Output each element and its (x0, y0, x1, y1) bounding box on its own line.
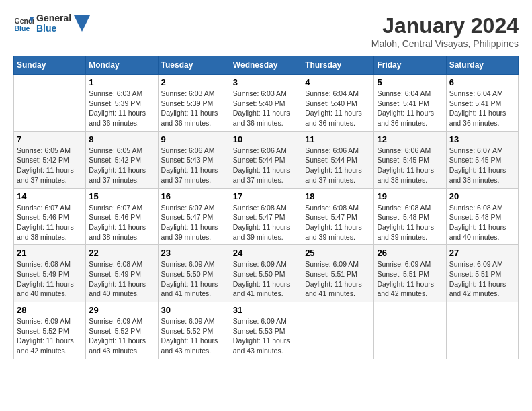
calendar-day-cell: 15Sunrise: 6:07 AMSunset: 5:46 PMDayligh… (86, 188, 158, 245)
day-info: Sunrise: 6:09 AMSunset: 5:52 PMDaylight:… (17, 316, 83, 356)
day-number: 13 (449, 134, 515, 144)
calendar-day-cell (302, 302, 374, 359)
svg-marker-3 (74, 15, 90, 32)
day-number: 25 (305, 248, 371, 258)
day-info: Sunrise: 6:09 AMSunset: 5:52 PMDaylight:… (161, 316, 227, 356)
day-number: 7 (17, 134, 83, 144)
calendar-day-cell: 22Sunrise: 6:08 AMSunset: 5:49 PMDayligh… (86, 245, 158, 302)
page-header: General Blue General Blue January 2024 M… (13, 13, 519, 49)
day-number: 3 (233, 77, 299, 87)
calendar-day-cell (14, 75, 86, 132)
day-info: Sunrise: 6:07 AMSunset: 5:45 PMDaylight:… (449, 146, 515, 185)
day-info: Sunrise: 6:09 AMSunset: 5:53 PMDaylight:… (233, 316, 299, 356)
calendar-day-cell: 19Sunrise: 6:08 AMSunset: 5:48 PMDayligh… (374, 188, 446, 245)
day-number: 9 (161, 134, 227, 144)
day-info: Sunrise: 6:05 AMSunset: 5:42 PMDaylight:… (17, 146, 83, 185)
calendar-day-cell: 27Sunrise: 6:09 AMSunset: 5:51 PMDayligh… (446, 245, 518, 302)
calendar-week-row: 21Sunrise: 6:08 AMSunset: 5:49 PMDayligh… (14, 245, 519, 302)
calendar-week-row: 1Sunrise: 6:03 AMSunset: 5:39 PMDaylight… (14, 75, 519, 132)
calendar-day-cell: 17Sunrise: 6:08 AMSunset: 5:47 PMDayligh… (230, 188, 302, 245)
calendar-day-cell: 5Sunrise: 6:04 AMSunset: 5:41 PMDaylight… (374, 75, 446, 132)
month-title: January 2024 (371, 13, 519, 38)
day-info: Sunrise: 6:08 AMSunset: 5:48 PMDaylight:… (449, 203, 515, 242)
day-info: Sunrise: 6:03 AMSunset: 5:39 PMDaylight:… (89, 89, 154, 128)
calendar-day-cell: 12Sunrise: 6:06 AMSunset: 5:45 PMDayligh… (374, 131, 446, 188)
calendar-day-cell: 16Sunrise: 6:07 AMSunset: 5:47 PMDayligh… (158, 188, 230, 245)
day-info: Sunrise: 6:08 AMSunset: 5:49 PMDaylight:… (17, 259, 83, 299)
day-info: Sunrise: 6:08 AMSunset: 5:48 PMDaylight:… (377, 203, 443, 242)
column-header-friday: Friday (374, 56, 446, 75)
location-subtitle: Maloh, Central Visayas, Philippines (371, 38, 519, 49)
calendar-day-cell: 3Sunrise: 6:03 AMSunset: 5:40 PMDaylight… (230, 75, 302, 132)
day-info: Sunrise: 6:08 AMSunset: 5:47 PMDaylight:… (305, 203, 371, 242)
calendar-day-cell: 28Sunrise: 6:09 AMSunset: 5:52 PMDayligh… (14, 302, 86, 359)
title-block: January 2024 Maloh, Central Visayas, Phi… (371, 13, 519, 49)
day-info: Sunrise: 6:05 AMSunset: 5:42 PMDaylight:… (89, 146, 154, 185)
day-number: 16 (161, 191, 227, 201)
day-number: 12 (377, 134, 443, 144)
day-info: Sunrise: 6:03 AMSunset: 5:39 PMDaylight:… (161, 89, 227, 128)
calendar-day-cell: 10Sunrise: 6:06 AMSunset: 5:44 PMDayligh… (230, 131, 302, 188)
calendar-day-cell: 25Sunrise: 6:09 AMSunset: 5:51 PMDayligh… (302, 245, 374, 302)
day-info: Sunrise: 6:08 AMSunset: 5:49 PMDaylight:… (89, 259, 154, 299)
calendar-day-cell: 31Sunrise: 6:09 AMSunset: 5:53 PMDayligh… (230, 302, 302, 359)
calendar-week-row: 14Sunrise: 6:07 AMSunset: 5:46 PMDayligh… (14, 188, 519, 245)
calendar-table: SundayMondayTuesdayWednesdayThursdayFrid… (13, 56, 519, 359)
calendar-week-row: 28Sunrise: 6:09 AMSunset: 5:52 PMDayligh… (14, 302, 519, 359)
day-number: 22 (89, 248, 154, 258)
day-info: Sunrise: 6:09 AMSunset: 5:51 PMDaylight:… (449, 259, 515, 299)
day-info: Sunrise: 6:04 AMSunset: 5:41 PMDaylight:… (449, 89, 515, 128)
day-number: 6 (449, 77, 515, 87)
day-number: 24 (233, 248, 299, 258)
logo-general: General (36, 13, 71, 24)
calendar-day-cell: 14Sunrise: 6:07 AMSunset: 5:46 PMDayligh… (14, 188, 86, 245)
day-number: 10 (233, 134, 299, 144)
day-info: Sunrise: 6:06 AMSunset: 5:44 PMDaylight:… (233, 146, 299, 185)
calendar-day-cell: 11Sunrise: 6:06 AMSunset: 5:44 PMDayligh… (302, 131, 374, 188)
day-info: Sunrise: 6:09 AMSunset: 5:50 PMDaylight:… (233, 259, 299, 299)
day-number: 8 (89, 134, 154, 144)
calendar-day-cell: 21Sunrise: 6:08 AMSunset: 5:49 PMDayligh… (14, 245, 86, 302)
logo: General Blue General Blue (13, 13, 90, 34)
calendar-day-cell: 4Sunrise: 6:04 AMSunset: 5:40 PMDaylight… (302, 75, 374, 132)
calendar-week-row: 7Sunrise: 6:05 AMSunset: 5:42 PMDaylight… (14, 131, 519, 188)
day-number: 21 (17, 248, 83, 258)
day-info: Sunrise: 6:04 AMSunset: 5:40 PMDaylight:… (305, 89, 371, 128)
calendar-header-row: SundayMondayTuesdayWednesdayThursdayFrid… (14, 56, 519, 75)
logo-blue: Blue (36, 24, 71, 34)
day-info: Sunrise: 6:07 AMSunset: 5:46 PMDaylight:… (89, 203, 154, 242)
day-info: Sunrise: 6:06 AMSunset: 5:45 PMDaylight:… (377, 146, 443, 185)
day-info: Sunrise: 6:09 AMSunset: 5:51 PMDaylight:… (377, 259, 443, 299)
day-number: 14 (17, 191, 83, 201)
day-number: 20 (449, 191, 515, 201)
calendar-day-cell: 18Sunrise: 6:08 AMSunset: 5:47 PMDayligh… (302, 188, 374, 245)
column-header-monday: Monday (86, 56, 158, 75)
day-number: 31 (233, 305, 299, 315)
calendar-day-cell: 7Sunrise: 6:05 AMSunset: 5:42 PMDaylight… (14, 131, 86, 188)
day-number: 19 (377, 191, 443, 201)
logo-icon: General Blue (13, 13, 34, 34)
day-info: Sunrise: 6:09 AMSunset: 5:52 PMDaylight:… (89, 316, 154, 356)
calendar-day-cell: 20Sunrise: 6:08 AMSunset: 5:48 PMDayligh… (446, 188, 518, 245)
day-number: 2 (161, 77, 227, 87)
day-info: Sunrise: 6:06 AMSunset: 5:43 PMDaylight:… (161, 146, 227, 185)
day-number: 5 (377, 77, 443, 87)
day-number: 26 (377, 248, 443, 258)
day-info: Sunrise: 6:09 AMSunset: 5:50 PMDaylight:… (161, 259, 227, 299)
day-number: 30 (161, 305, 227, 315)
day-info: Sunrise: 6:09 AMSunset: 5:51 PMDaylight:… (305, 259, 371, 299)
day-number: 1 (89, 77, 154, 87)
calendar-day-cell: 6Sunrise: 6:04 AMSunset: 5:41 PMDaylight… (446, 75, 518, 132)
calendar-day-cell: 24Sunrise: 6:09 AMSunset: 5:50 PMDayligh… (230, 245, 302, 302)
calendar-day-cell: 29Sunrise: 6:09 AMSunset: 5:52 PMDayligh… (86, 302, 158, 359)
calendar-day-cell: 26Sunrise: 6:09 AMSunset: 5:51 PMDayligh… (374, 245, 446, 302)
day-number: 17 (233, 191, 299, 201)
day-number: 28 (17, 305, 83, 315)
column-header-sunday: Sunday (14, 56, 86, 75)
column-header-thursday: Thursday (302, 56, 374, 75)
calendar-day-cell (374, 302, 446, 359)
day-number: 15 (89, 191, 154, 201)
day-info: Sunrise: 6:08 AMSunset: 5:47 PMDaylight:… (233, 203, 299, 242)
column-header-saturday: Saturday (446, 56, 518, 75)
calendar-day-cell: 13Sunrise: 6:07 AMSunset: 5:45 PMDayligh… (446, 131, 518, 188)
